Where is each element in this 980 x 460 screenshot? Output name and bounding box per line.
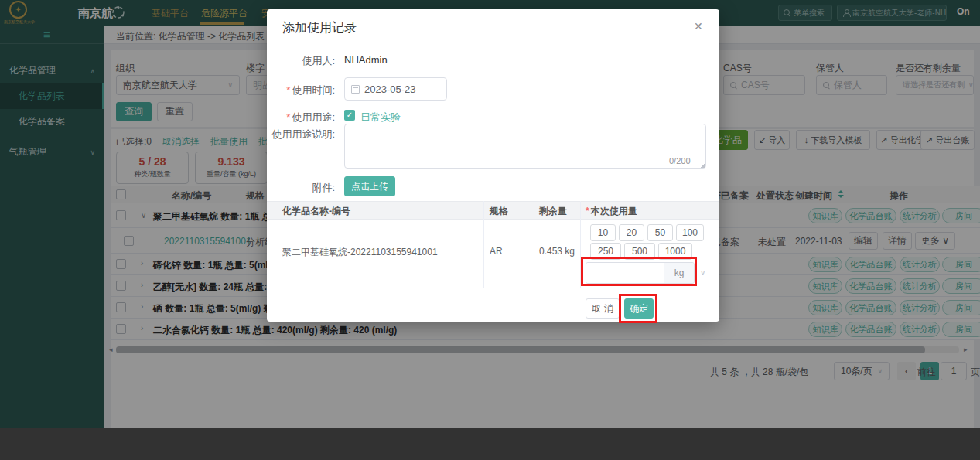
confirm-button[interactable]: 确定 bbox=[624, 298, 654, 319]
required-asterisk: * bbox=[586, 206, 589, 216]
amount-chip-20[interactable]: 20 bbox=[619, 224, 644, 241]
dialog-col-spec: 规格 bbox=[490, 205, 508, 218]
amount-input-group: kg bbox=[586, 262, 695, 284]
dialog-row-spec: AR bbox=[490, 246, 503, 257]
unit-chevron-down-icon: ∨ bbox=[700, 268, 705, 277]
cancel-button[interactable]: 取 消 bbox=[586, 298, 620, 319]
column-divider bbox=[534, 201, 534, 288]
date-field-label: *使用时间: bbox=[264, 83, 335, 97]
attachment-field-label: 附件: bbox=[264, 181, 335, 195]
add-usage-record-dialog: 添加使用记录 ✕ 使用人: NHAdmin *使用时间: 2023-05-23 … bbox=[267, 9, 719, 322]
date-value: 2023-05-23 bbox=[364, 83, 416, 95]
amount-chip-100[interactable]: 100 bbox=[676, 224, 704, 241]
dialog-col-remain: 剩余量 bbox=[539, 205, 567, 218]
purpose-checkbox[interactable]: ✓ bbox=[344, 110, 355, 121]
close-icon[interactable]: ✕ bbox=[694, 20, 703, 32]
column-divider bbox=[580, 201, 581, 288]
char-counter: 0/200 bbox=[669, 156, 691, 165]
app-root: ✦ 南京航空航天大学 南京航 基础平台 危险源平台 安 菜单搜索 南京航空航天大… bbox=[0, 0, 980, 460]
amount-input[interactable] bbox=[586, 263, 664, 283]
desc-field-label: 使用用途说明: bbox=[264, 128, 335, 141]
dialog-row-remaining: 0.453 kg bbox=[539, 246, 575, 257]
amount-chip-10[interactable]: 10 bbox=[590, 224, 616, 241]
amount-chip-500[interactable]: 500 bbox=[624, 243, 655, 260]
column-divider bbox=[483, 201, 484, 288]
required-asterisk: * bbox=[286, 84, 290, 96]
usage-description-textarea[interactable] bbox=[344, 124, 706, 169]
amount-chip-50[interactable]: 50 bbox=[647, 224, 673, 241]
purpose-checkbox-label[interactable]: 日常实验 bbox=[360, 111, 401, 124]
calendar-icon bbox=[351, 85, 360, 94]
upload-button[interactable]: 点击上传 bbox=[344, 176, 395, 196]
purpose-field-label: *使用用途: bbox=[264, 111, 335, 124]
amount-chip-1000[interactable]: 1000 bbox=[658, 243, 692, 260]
date-picker-input[interactable]: 2023-05-23 bbox=[344, 77, 447, 101]
amount-chip-250[interactable]: 250 bbox=[590, 243, 621, 260]
resize-handle-icon[interactable] bbox=[700, 162, 705, 168]
dialog-col-amount: *本次使用量 bbox=[586, 205, 637, 218]
unit-select[interactable]: kg bbox=[664, 263, 694, 283]
dialog-row-chemical-name: 聚二甲基硅氧烷-20221103155941001 bbox=[282, 246, 438, 259]
user-field-label: 使用人: bbox=[264, 54, 335, 68]
dialog-col-name: 化学品名称-编号 bbox=[282, 205, 350, 218]
dialog-title: 添加使用记录 bbox=[282, 20, 357, 36]
user-field-value: NHAdmin bbox=[344, 54, 388, 66]
required-asterisk: * bbox=[286, 111, 290, 123]
row-divider bbox=[267, 288, 719, 288]
